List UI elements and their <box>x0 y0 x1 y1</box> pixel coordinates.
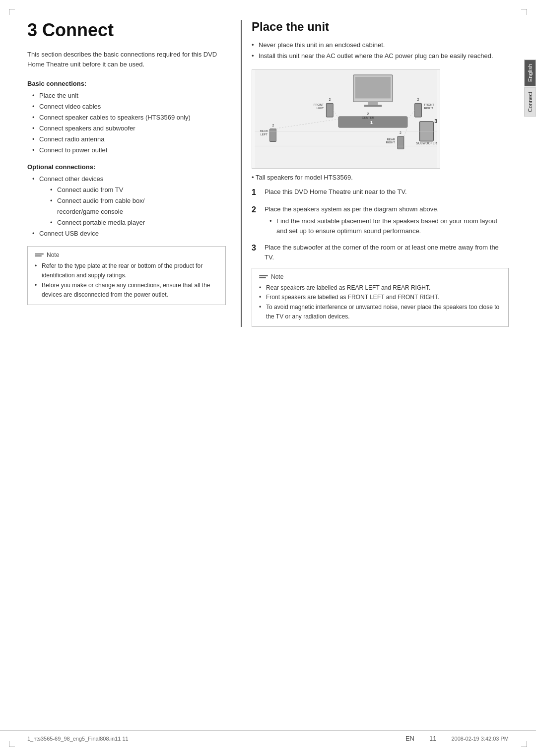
step-3-number: 3 <box>252 242 260 262</box>
list-item-other-devices: Connect other devices Connect audio from… <box>32 174 226 228</box>
tall-speakers-note: • Tall speakers for model HTS3569. <box>252 174 509 181</box>
list-item: Connect radio antenna <box>32 134 226 145</box>
svg-text:REAR: REAR <box>387 138 396 141</box>
list-item: Connect portable media player <box>50 217 226 228</box>
chapter-title: 3 Connect <box>27 20 226 41</box>
svg-text:2: 2 <box>272 124 274 127</box>
svg-rect-9 <box>326 104 333 118</box>
right-column: Place the unit Never place this unit in … <box>241 20 509 327</box>
left-column: 3 Connect This section describes the bas… <box>27 20 241 327</box>
svg-text:2: 2 <box>367 112 369 116</box>
svg-text:2: 2 <box>417 98 419 102</box>
list-item: Connect speaker cables to speakers (HTS3… <box>32 112 226 123</box>
step-1: 1 Place this DVD Home Theatre unit near … <box>252 187 509 198</box>
basic-connections-label: Basic connections: <box>27 80 226 87</box>
place-unit-bullets: Never place this unit in an enclosed cab… <box>252 40 509 62</box>
step-2-content: Place the speakers system as per the dia… <box>265 204 509 237</box>
list-item: Connect video cables <box>32 101 226 112</box>
step-1-content: Place this DVD Home Theatre unit near to… <box>265 187 509 198</box>
note-box-right: Note Rear speakers are labelled as REAR … <box>252 268 509 327</box>
corner-mark-tl <box>9 9 15 15</box>
list-item: Place the unit <box>32 90 226 101</box>
note-header: Note <box>35 252 218 258</box>
note-items-list: Refer to the type plate at the rear or b… <box>35 261 218 300</box>
note-icon <box>35 253 44 256</box>
speaker-diagram: 1 2 CENTER 2 FRONT LEFT 2 FRONT RIGHT 2 … <box>252 69 440 169</box>
note-item: Before you make or change any connection… <box>35 281 218 300</box>
list-item: Connect to power outlet <box>32 145 226 156</box>
intro-paragraph: This section describes the basic connect… <box>27 50 226 69</box>
optional-connections-label: Optional connections: <box>27 163 226 171</box>
svg-rect-2 <box>355 77 391 99</box>
svg-text:CENTER: CENTER <box>362 116 374 119</box>
note-header-right: Note <box>259 273 501 280</box>
note-icon-right <box>259 275 268 278</box>
step-1-number: 1 <box>252 187 260 198</box>
svg-text:1: 1 <box>370 120 373 125</box>
svg-text:REAR: REAR <box>260 129 268 132</box>
step-2-sub-list: Find the most suitable placement for the… <box>265 216 509 237</box>
basic-connections-list: Place the unit Connect video cables Conn… <box>27 90 226 156</box>
note2-item: To avoid magnetic interference or unwant… <box>259 303 501 321</box>
svg-rect-17 <box>270 129 276 142</box>
note-box-left: Note Refer to the type plate at the rear… <box>27 246 226 305</box>
side-tab-connect: Connect <box>524 87 536 117</box>
svg-text:FRONT: FRONT <box>424 103 434 106</box>
svg-text:2: 2 <box>329 98 331 102</box>
note-title: Note <box>47 252 59 258</box>
svg-rect-4 <box>364 105 382 107</box>
svg-text:3: 3 <box>434 118 437 124</box>
step-2-text: Place the speakers system as per the dia… <box>265 205 439 213</box>
footer-left-text: 1_hts3565-69_98_eng5_Final808.in11 11 <box>27 736 129 742</box>
svg-rect-21 <box>398 136 404 149</box>
svg-rect-3 <box>368 102 378 105</box>
step-2: 2 Place the speakers system as per the d… <box>252 204 509 237</box>
list-item: Connect USB device <box>32 228 226 239</box>
svg-text:LEFT: LEFT <box>317 107 324 110</box>
step-3-text: Place the subwoofer at the corner of the… <box>265 244 499 261</box>
svg-text:SUBWOOFER: SUBWOOFER <box>416 142 437 145</box>
note-item: Refer to the type plate at the rear or b… <box>35 261 218 280</box>
corner-mark-tr <box>521 9 527 15</box>
list-item: Install this unit near the AC outlet whe… <box>252 51 509 62</box>
svg-text:FRONT: FRONT <box>314 103 324 106</box>
svg-text:RIGHT: RIGHT <box>424 107 433 110</box>
optional-connections-section: Optional connections: Connect other devi… <box>27 163 226 240</box>
step-3: 3 Place the subwoofer at the corner of t… <box>252 243 509 262</box>
list-item: Connect audio from TV <box>50 185 226 195</box>
note2-title: Note <box>271 273 283 280</box>
step-2-number: 2 <box>252 204 260 237</box>
side-tabs: English Connect <box>524 60 536 118</box>
list-item: Connect speakers and subwoofer <box>32 123 226 134</box>
sub-bullet-list: Connect audio from TV Connect audio from… <box>39 185 226 228</box>
footer-right-text: 2008-02-19 3:42:03 PM <box>451 736 509 742</box>
list-item: Connect audio from cable box/recorder/ga… <box>50 195 226 217</box>
svg-text:RIGHT: RIGHT <box>386 141 396 144</box>
footer-right: EN 11 2008-02-19 3:42:03 PM <box>405 735 509 742</box>
note2-items-list: Rear speakers are labelled as REAR LEFT … <box>259 283 501 321</box>
note2-item: Rear speakers are labelled as REAR LEFT … <box>259 283 501 293</box>
step-1-text: Place this DVD Home Theatre unit near to… <box>265 188 407 195</box>
basic-connections-section: Basic connections: Place the unit Connec… <box>27 80 226 156</box>
note2-item: Front speakers are labelled as FRONT LEF… <box>259 293 501 302</box>
svg-text:LEFT: LEFT <box>260 133 268 136</box>
side-tab-english: English <box>524 60 536 86</box>
page-number: 11 <box>429 735 436 742</box>
page-footer: 1_hts3565-69_98_eng5_Final808.in11 11 EN… <box>0 730 536 742</box>
step-2-sub-item: Find the most suitable placement for the… <box>269 216 509 237</box>
svg-rect-13 <box>415 104 422 118</box>
optional-connections-list: Connect other devices Connect audio from… <box>27 174 226 240</box>
en-label: EN <box>405 735 414 742</box>
place-unit-title: Place the unit <box>252 20 509 34</box>
page-content: 3 Connect This section describes the bas… <box>0 0 536 347</box>
list-item: Never place this unit in an enclosed cab… <box>252 40 509 51</box>
step-3-content: Place the subwoofer at the corner of the… <box>265 243 509 262</box>
